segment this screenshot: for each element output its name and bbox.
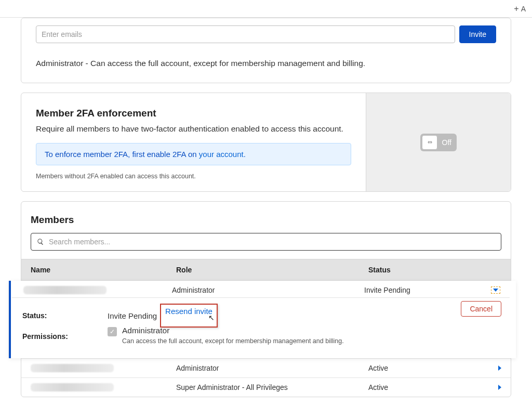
members-search-input[interactable]	[31, 233, 501, 251]
toggle-off-label: Off	[442, 138, 451, 147]
member-role: Super Administrator - All Privileges	[176, 383, 368, 391]
cancel-button[interactable]: Cancel	[461, 301, 501, 317]
invite-card: Invite Administrator - Can access the fu…	[21, 18, 511, 83]
resend-highlight: Resend invite ↖	[160, 304, 218, 327]
member-name-redacted	[31, 383, 114, 391]
cursor-icon: ↖	[208, 316, 215, 320]
chevron-right-icon	[498, 385, 501, 390]
search-icon	[37, 238, 44, 245]
tfa-info-box: To enforce member 2FA, first enable 2FA …	[36, 143, 351, 165]
member-name-redacted	[23, 286, 107, 294]
permissions-label: Permissions:	[22, 326, 108, 347]
tfa-card: Member 2FA enforcement Require all membe…	[21, 93, 511, 192]
resend-invite-link[interactable]: Resend invite	[165, 307, 212, 316]
members-table-header: Name Role Status	[21, 259, 511, 281]
tfa-note: Members without 2FA enabled can access t…	[36, 173, 351, 180]
tfa-info-post: .	[244, 150, 246, 159]
invite-button[interactable]: Invite	[459, 25, 496, 43]
col-status: Status	[368, 266, 501, 274]
member-status: Active	[368, 383, 388, 391]
status-label: Status:	[22, 305, 108, 326]
tfa-info-pre: To enforce member 2FA, first enable 2FA …	[45, 150, 199, 159]
tfa-heading: Member 2FA enforcement	[36, 108, 351, 119]
col-role: Role	[176, 266, 368, 274]
admin-description: Administrator - Can access the full acco…	[36, 59, 496, 68]
col-name: Name	[31, 266, 176, 274]
your-account-link[interactable]: your account	[199, 150, 244, 159]
tfa-sub: Require all members to have two-factor a…	[36, 124, 351, 134]
collapse-toggle[interactable]	[491, 286, 500, 294]
emails-input[interactable]	[36, 25, 455, 43]
toggle-knob-icon: ⇔	[422, 135, 437, 150]
member-role: Administrator	[176, 364, 368, 372]
member-status: Active	[368, 364, 388, 372]
member-row[interactable]: Super Administrator - All Privileges Act…	[21, 377, 511, 397]
member-name-redacted	[31, 364, 114, 372]
status-value: Invite Pending	[108, 311, 157, 320]
member-role: Administrator	[172, 286, 364, 294]
top-bar: + A	[0, 0, 532, 18]
chevron-right-icon	[498, 365, 501, 371]
perm-title: Administrator	[122, 326, 344, 335]
perm-desc: Can access the full account, except for …	[122, 337, 344, 345]
chevron-down-icon	[493, 289, 498, 292]
member-status: Invite Pending	[364, 286, 410, 294]
plus-icon[interactable]: +	[514, 5, 518, 13]
tfa-toggle[interactable]: ⇔ Off	[420, 134, 457, 151]
members-heading: Members	[31, 214, 501, 226]
member-row[interactable]: Administrator Active	[21, 358, 511, 377]
topbar-letter: A	[521, 5, 526, 13]
permission-checkbox[interactable]: ✓	[108, 327, 117, 336]
members-card: Members Name Role Status Administrator I…	[21, 201, 511, 397]
member-row-expanded: Administrator Invite Pending Status: Per…	[9, 281, 516, 358]
